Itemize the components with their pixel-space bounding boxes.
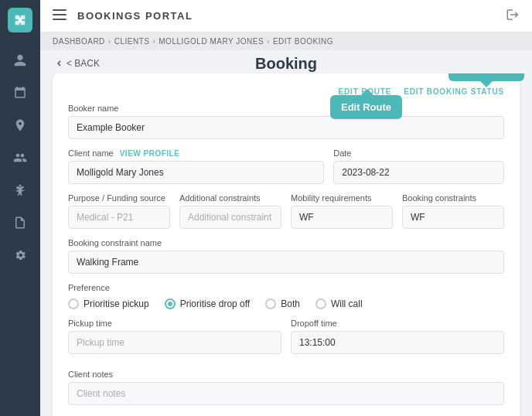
breadcrumb-clients[interactable]: CLIENTS <box>114 37 150 46</box>
client-name-group: Client name VIEW PROFILE <box>68 148 324 184</box>
sidebar-accessibility-icon[interactable] <box>6 176 34 204</box>
mobility-group: Mobility requirements <box>291 193 393 229</box>
breadcrumb-dashboard[interactable]: DASHBOARD <box>53 37 105 46</box>
client-date-row: Client name VIEW PROFILE Date <box>68 148 504 193</box>
booker-name-label: Booker name <box>68 104 504 113</box>
page-title: Booking <box>255 55 317 73</box>
radio-prioritise-dropoff[interactable]: Prioritise drop off <box>165 298 251 309</box>
times-row: Pickup time Dropoff time <box>68 319 504 363</box>
client-name-label: Client name VIEW PROFILE <box>68 148 324 158</box>
purpose-input[interactable] <box>68 206 170 229</box>
radio-dropoff-label: Prioritise drop off <box>180 298 251 309</box>
radio-both-label: Both <box>281 298 300 309</box>
topbar: BOOKINGS PORTAL <box>40 0 532 32</box>
booking-constraints-group: Booking constraints <box>402 193 504 229</box>
breadcrumb-sep-3: › <box>267 37 270 46</box>
client-name-input[interactable] <box>68 161 324 184</box>
preference-section: Preference Prioritise pickup Prioritise … <box>68 283 504 309</box>
constraints-row: Purpose / Funding source Additional cons… <box>68 193 504 238</box>
radio-pickup-circle <box>68 298 79 309</box>
additional-group: Additional constraints <box>179 193 281 229</box>
breadcrumb-client-name[interactable]: MOLLIGOLD MARY JONES <box>159 37 264 46</box>
tooltip-arrow-booking-status <box>480 81 493 87</box>
booking-card: Edit BookingStatus EDIT ROUTE EDIT BOOKI… <box>53 73 520 416</box>
sidebar-location-icon[interactable] <box>6 111 34 139</box>
radio-pickup-label: Prioritise pickup <box>84 298 149 309</box>
sidebar-people-icon[interactable] <box>6 46 34 74</box>
main-content: BOOKINGS PORTAL DASHBOARD › CLIENTS › MO… <box>40 0 532 416</box>
booking-constraint-name-group: Booking constraint name <box>68 238 504 274</box>
mobility-label: Mobility requirements <box>291 193 393 203</box>
edit-booking-status-tooltip: Edit BookingStatus <box>448 73 524 81</box>
preference-options: Prioritise pickup Prioritise drop off Bo… <box>68 298 504 309</box>
sidebar-group-icon[interactable] <box>6 144 34 172</box>
radio-dropoff-circle <box>165 298 176 309</box>
radio-will-call-circle <box>315 298 326 309</box>
back-button[interactable]: < BACK <box>56 58 100 69</box>
svg-rect-3 <box>53 19 66 20</box>
svg-point-0 <box>19 185 22 187</box>
client-notes-input[interactable] <box>68 382 504 405</box>
booker-name-input[interactable] <box>68 116 504 139</box>
mobility-input[interactable] <box>291 206 393 229</box>
purpose-label: Purpose / Funding source <box>68 193 170 203</box>
client-notes-group: Client notes <box>68 370 504 405</box>
booking-constraints-input[interactable] <box>402 206 504 229</box>
purpose-group: Purpose / Funding source <box>68 193 170 229</box>
booking-constraints-label: Booking constraints <box>402 193 504 203</box>
sidebar-calendar-icon[interactable] <box>6 79 34 107</box>
edit-route-tooltip-arrow <box>361 89 373 95</box>
back-label: < BACK <box>66 58 100 69</box>
radio-will-call[interactable]: Will call <box>315 298 363 309</box>
sidebar-settings-icon[interactable] <box>6 241 34 269</box>
sidebar <box>0 0 40 416</box>
dropoff-time-group: Dropoff time <box>291 319 504 354</box>
page-header: < BACK Booking <box>40 50 532 73</box>
hamburger-button[interactable] <box>53 9 66 23</box>
app-title: BOOKINGS PORTAL <box>77 10 506 22</box>
radio-prioritise-pickup[interactable]: Prioritise pickup <box>68 298 149 309</box>
breadcrumb-edit-booking: EDIT BOOKING <box>273 37 333 46</box>
view-profile-link[interactable]: VIEW PROFILE <box>120 149 180 158</box>
radio-both-circle <box>265 298 276 309</box>
edit-route-tooltip: Edit Route <box>330 95 402 119</box>
breadcrumb-sep-2: › <box>152 37 155 46</box>
date-input[interactable] <box>333 161 504 184</box>
pickup-time-label: Pickup time <box>68 319 281 328</box>
dropoff-time-label: Dropoff time <box>291 319 504 328</box>
date-group: Date <box>333 148 504 184</box>
date-label: Date <box>333 148 504 158</box>
edit-booking-status-link[interactable]: EDIT BOOKING STATUS <box>404 86 504 97</box>
exit-button[interactable] <box>506 8 520 25</box>
logo[interactable] <box>8 8 32 32</box>
booking-constraint-name-input[interactable] <box>68 251 504 274</box>
radio-will-call-label: Will call <box>331 298 363 309</box>
client-notes-label: Client notes <box>68 370 504 379</box>
breadcrumb: DASHBOARD › CLIENTS › MOLLIGOLD MARY JON… <box>40 32 532 50</box>
content-area: Edit BookingStatus EDIT ROUTE EDIT BOOKI… <box>40 73 532 416</box>
app-container: BOOKINGS PORTAL DASHBOARD › CLIENTS › MO… <box>0 0 532 416</box>
svg-rect-1 <box>53 9 66 11</box>
preference-label: Preference <box>68 283 504 292</box>
breadcrumb-sep-1: › <box>108 37 111 46</box>
additional-label: Additional constraints <box>179 193 281 203</box>
additional-input[interactable] <box>179 206 281 229</box>
radio-both[interactable]: Both <box>265 298 300 309</box>
booking-constraint-name-label: Booking constraint name <box>68 238 504 247</box>
booker-name-group: Booker name <box>68 104 504 139</box>
pickup-time-input[interactable] <box>68 331 281 354</box>
svg-rect-2 <box>53 14 66 15</box>
action-links: EDIT ROUTE EDIT BOOKING STATUS <box>68 86 504 97</box>
pickup-time-group: Pickup time <box>68 319 281 354</box>
dropoff-time-input[interactable] <box>291 331 504 354</box>
sidebar-document-icon[interactable] <box>6 209 34 237</box>
